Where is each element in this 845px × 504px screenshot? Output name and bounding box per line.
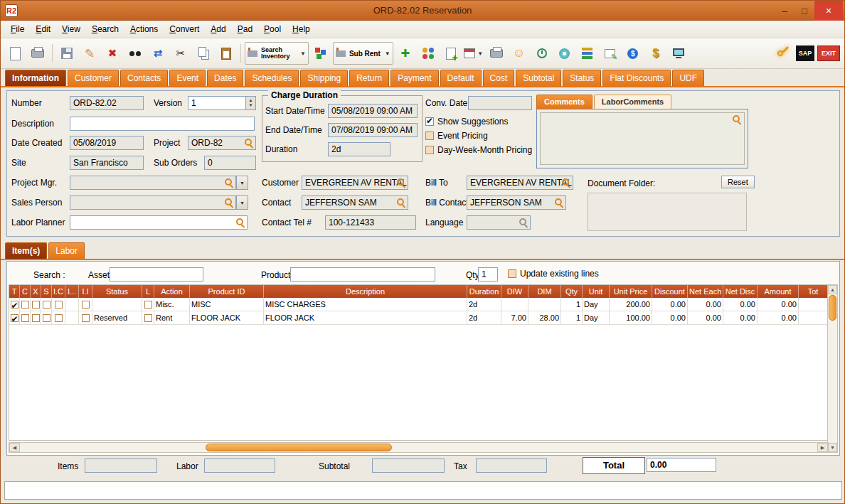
security-key-button[interactable] <box>772 42 794 65</box>
sap-button[interactable]: SAP <box>796 45 814 61</box>
language-field[interactable] <box>467 215 531 230</box>
update-lines-option[interactable]: Update existing lines <box>508 269 599 279</box>
menu-file[interactable]: File <box>5 22 30 36</box>
cell-diw[interactable] <box>501 298 528 311</box>
row-checkbox[interactable] <box>82 314 90 322</box>
copy-button[interactable] <box>193 42 214 65</box>
col-header-total[interactable]: Tot <box>799 285 828 298</box>
col-header-action[interactable]: Action <box>154 285 190 298</box>
money-button[interactable]: $ <box>645 42 666 65</box>
smiley-button[interactable]: ☺ <box>509 42 530 65</box>
col-header[interactable]: I.C <box>52 285 65 298</box>
scroll-down-arrow[interactable]: ▼ <box>828 443 837 452</box>
tab-information[interactable]: Information <box>5 70 66 86</box>
end-datetime-field[interactable]: 07/08/2019 09:00 AM <box>328 123 418 137</box>
cell-discount[interactable]: 0.00 <box>652 311 688 324</box>
stack-button[interactable] <box>577 42 598 65</box>
menu-add[interactable]: Add <box>205 22 231 36</box>
scroll-left-arrow[interactable]: ◀ <box>9 443 20 452</box>
scroll-up-arrow[interactable]: ▲ <box>828 285 837 294</box>
menu-help[interactable]: Help <box>287 22 316 36</box>
search-inventory-button[interactable]: Search Inventory ▼ <box>245 42 309 65</box>
tab-payment[interactable]: Payment <box>390 70 438 86</box>
row-checkbox[interactable] <box>21 314 29 322</box>
col-header-amount[interactable]: Amount <box>758 285 799 298</box>
tab-flat-discounts[interactable]: Flat Discounts <box>602 70 671 86</box>
project-field[interactable]: ORD-82 <box>188 136 256 150</box>
qty-input[interactable]: 1 <box>478 267 498 282</box>
row-checkbox[interactable] <box>144 301 152 309</box>
show-suggestions-option[interactable]: Show Suggestions <box>425 117 508 127</box>
show-suggestions-checkbox[interactable] <box>425 117 434 126</box>
calendar-button[interactable]: ▼ <box>463 42 484 65</box>
col-header[interactable]: I.I <box>79 285 92 298</box>
sales-person-dropdown[interactable]: ▼ <box>236 195 248 210</box>
cell-duration[interactable]: 2d <box>467 298 501 311</box>
search-icon[interactable] <box>562 178 571 188</box>
tab-comments[interactable]: Comments <box>536 95 592 109</box>
col-header[interactable]: I... <box>65 285 79 298</box>
cell-amount[interactable]: 0.00 <box>758 298 799 311</box>
new-document-button[interactable] <box>4 42 26 65</box>
product-input[interactable] <box>290 267 435 282</box>
customer-field[interactable]: EVERGREEN AV RENTAL <box>302 176 408 190</box>
search-icon[interactable] <box>236 218 245 227</box>
project-mgr-dropdown[interactable]: ▼ <box>236 176 248 190</box>
maximize-button[interactable]: □ <box>794 1 814 21</box>
col-header-qty[interactable]: Qty <box>561 285 583 298</box>
tab-subtotal[interactable]: Subtotal <box>516 70 561 86</box>
col-header[interactable]: X <box>31 285 41 298</box>
col-header-diw[interactable]: DIW <box>501 285 528 298</box>
contact-field[interactable]: JEFFERSON SAM <box>302 195 408 210</box>
workstation-button[interactable] <box>668 42 689 65</box>
event-pricing-checkbox[interactable] <box>425 132 434 140</box>
document-folder-area[interactable] <box>588 193 747 231</box>
asset-input[interactable] <box>110 267 203 282</box>
col-header-description[interactable]: Description <box>264 285 467 298</box>
search-icon[interactable] <box>225 198 234 208</box>
cell-dim[interactable]: 28.00 <box>528 311 561 324</box>
col-header-product-id[interactable]: Product ID <box>190 285 264 298</box>
start-datetime-field[interactable]: 05/08/2019 09:00 AM <box>328 104 418 118</box>
row-checkbox[interactable] <box>32 314 40 322</box>
menu-view[interactable]: View <box>56 22 86 36</box>
scroll-right-arrow[interactable]: ▶ <box>817 443 828 452</box>
edit-button[interactable]: ✎ <box>79 42 100 65</box>
vertical-scrollbar[interactable]: ▲ ▼ <box>827 284 838 453</box>
cell-unit[interactable]: Day <box>583 298 610 311</box>
tab-labor[interactable]: Labor <box>48 242 85 259</box>
col-header-duration[interactable]: Duration <box>467 285 501 298</box>
search-icon[interactable] <box>245 139 254 148</box>
cell-duration[interactable]: 2d <box>467 311 501 324</box>
minimize-button[interactable]: – <box>775 1 794 21</box>
labor-planner-field[interactable] <box>70 215 248 230</box>
comments-textarea[interactable] <box>540 112 745 165</box>
reset-button[interactable]: Reset <box>721 176 755 188</box>
horizontal-scrollbar[interactable]: ◀ ▶ <box>9 442 829 453</box>
sub-rent-button[interactable]: Sub Rent ▼ <box>333 42 393 65</box>
menu-pool[interactable]: Pool <box>258 22 287 36</box>
col-header[interactable]: S <box>41 285 52 298</box>
sales-person-field[interactable] <box>70 195 236 210</box>
search-icon[interactable] <box>225 178 234 188</box>
cell-unit-price[interactable]: 200.00 <box>610 298 652 311</box>
cell-dim[interactable] <box>528 298 561 311</box>
cell-net-disc[interactable]: 0.00 <box>723 311 758 324</box>
row-checkbox[interactable] <box>11 314 18 322</box>
cell-product-id[interactable]: FLOOR JACK <box>190 311 264 324</box>
cell-qty[interactable]: 1 <box>561 298 583 311</box>
menu-edit[interactable]: Edit <box>30 22 56 36</box>
row-checkbox[interactable] <box>82 301 90 309</box>
item-row[interactable]: Misc. MISC MISC CHARGES 2d 1 Day 200.00 … <box>9 298 828 311</box>
day-week-month-checkbox[interactable] <box>425 146 434 154</box>
export-button[interactable]: ⇄ <box>147 42 169 65</box>
find-button[interactable] <box>124 42 146 65</box>
row-checkbox[interactable] <box>32 301 40 309</box>
tab-dates[interactable]: Dates <box>207 70 243 86</box>
tab-status[interactable]: Status <box>563 70 601 86</box>
tab-cost[interactable]: Cost <box>483 70 515 86</box>
project-mgr-field[interactable] <box>70 176 236 190</box>
chevron-down-icon[interactable]: ▼ <box>477 50 483 57</box>
tab-default[interactable]: Default <box>440 70 482 86</box>
search-icon[interactable] <box>555 198 564 208</box>
